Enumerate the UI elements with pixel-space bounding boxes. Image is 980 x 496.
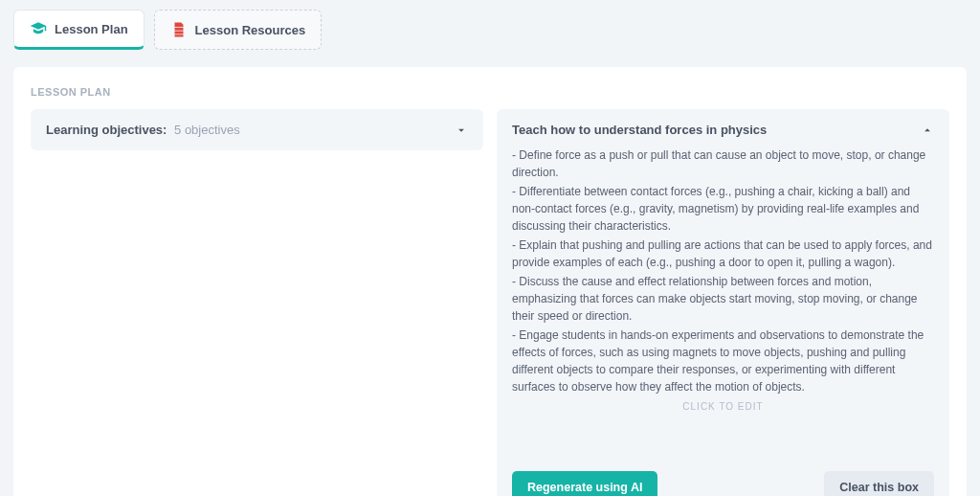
- clear-box-button[interactable]: Clear this box: [824, 471, 934, 496]
- lesson-plan-panel: LESSON PLAN Learning objectives: 5 objec…: [13, 67, 967, 496]
- bullet-item: - Discuss the cause and effect relations…: [512, 273, 934, 325]
- click-to-edit-label: CLICK TO EDIT: [512, 399, 934, 414]
- section-label: LESSON PLAN: [31, 86, 949, 98]
- button-label: Regenerate using AI: [527, 481, 642, 494]
- left-column: Learning objectives: 5 objectives: [31, 109, 483, 150]
- tab-lesson-plan[interactable]: Lesson Plan: [13, 10, 145, 50]
- button-label: Clear this box: [839, 481, 919, 494]
- forces-body[interactable]: - Define force as a push or pull that ca…: [512, 147, 934, 414]
- forces-card: Teach how to understand forces in physic…: [497, 109, 949, 496]
- columns: Learning objectives: 5 objectives Teach …: [31, 109, 949, 496]
- bullet-item: - Define force as a push or pull that ca…: [512, 147, 934, 181]
- chevron-down-icon: [455, 124, 468, 137]
- chevron-up-icon: [921, 124, 934, 137]
- learning-objectives-card: Learning objectives: 5 objectives: [31, 109, 483, 150]
- card-actions: Regenerate using AI Clear this box: [512, 471, 934, 496]
- bullet-item: - Differentiate between contact forces (…: [512, 183, 934, 235]
- bullet-item: - Engage students in hands-on experiment…: [512, 327, 934, 395]
- bullet-item: - Explain that pushing and pulling are a…: [512, 237, 934, 271]
- graduation-cap-icon: [30, 20, 47, 37]
- tabs-bar: Lesson Plan Lesson Resources: [0, 0, 980, 50]
- card-subtitle: 5 objectives: [174, 123, 240, 137]
- forces-header[interactable]: Teach how to understand forces in physic…: [512, 123, 934, 137]
- card-title: Teach how to understand forces in physic…: [512, 123, 767, 137]
- right-column: Teach how to understand forces in physic…: [497, 109, 949, 496]
- learning-objectives-header[interactable]: Learning objectives: 5 objectives: [46, 123, 468, 137]
- tab-label: Lesson Plan: [55, 22, 128, 36]
- card-title: Learning objectives: 5 objectives: [46, 123, 240, 137]
- card-title-text: Learning objectives:: [46, 123, 167, 137]
- tab-label: Lesson Resources: [195, 23, 306, 37]
- regenerate-button[interactable]: Regenerate using AI: [512, 471, 657, 496]
- tab-lesson-resources[interactable]: Lesson Resources: [154, 10, 323, 50]
- pages-icon: [170, 21, 188, 38]
